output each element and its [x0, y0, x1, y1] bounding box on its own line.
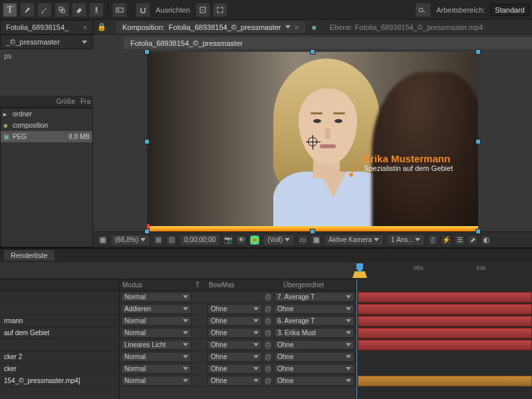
- comp-flowchart-icon[interactable]: ⬈: [467, 235, 478, 245]
- parent-pickwhip-icon[interactable]: @: [263, 329, 273, 336]
- anchor-point-icon[interactable]: [308, 137, 317, 146]
- layer-row[interactable]: cker 2: [0, 351, 119, 363]
- blend-mode-dropdown[interactable]: Normal: [121, 352, 192, 362]
- col-trackmatte[interactable]: BewMas: [206, 281, 263, 289]
- transform-handle[interactable]: [144, 49, 150, 55]
- composition-viewer[interactable]: Erika Mustermann Spezialistin auf dem Ge…: [93, 49, 532, 231]
- parent-pickwhip-icon[interactable]: @: [263, 377, 273, 384]
- parent-dropdown[interactable]: Ohne: [274, 352, 354, 362]
- layer-row[interactable]: Normal@7. Average T: [120, 291, 356, 303]
- parent-dropdown[interactable]: Ohne: [274, 364, 354, 374]
- transform-handle[interactable]: [144, 139, 150, 144]
- text-tool[interactable]: T: [3, 3, 17, 17]
- layer-row[interactable]: [0, 339, 119, 351]
- layer-row[interactable]: AddierenOhne@Ohne: [120, 303, 356, 315]
- align-options-icon[interactable]: [196, 3, 210, 17]
- layer-row[interactable]: 154_©_pressmaster.mp4]: [0, 375, 119, 387]
- layer-row[interactable]: rmann: [0, 315, 119, 327]
- parent-pickwhip-icon[interactable]: @: [263, 365, 273, 372]
- transform-handle[interactable]: [310, 49, 315, 55]
- active-camera-dropdown[interactable]: Aktive Kamera: [324, 234, 384, 246]
- transform-handle[interactable]: [475, 49, 481, 55]
- transform-handle[interactable]: [475, 139, 481, 144]
- cti-line[interactable]: [356, 279, 357, 399]
- col-size[interactable]: Größe: [54, 96, 78, 107]
- parent-dropdown[interactable]: 6. Average T: [274, 316, 354, 326]
- parent-pickwhip-icon[interactable]: @: [263, 293, 273, 301]
- blend-mode-dropdown[interactable]: Normal: [121, 376, 192, 386]
- dropdown-icon[interactable]: [82, 41, 87, 44]
- lock-icon[interactable]: 🔒: [97, 23, 106, 31]
- transform-handle[interactable]: [310, 229, 315, 234]
- timeline-icon[interactable]: ☰: [454, 235, 465, 245]
- parent-dropdown[interactable]: 3. Erika Must: [274, 328, 354, 338]
- cti-head[interactable]: [356, 263, 363, 273]
- always-preview-icon[interactable]: ▦: [97, 235, 108, 245]
- blend-mode-dropdown[interactable]: Normal: [121, 316, 192, 326]
- snap-icon[interactable]: [136, 3, 150, 17]
- layer-row[interactable]: Lineares LichtOhne@Ohne: [120, 339, 356, 351]
- col-t[interactable]: T: [193, 281, 206, 289]
- layer-row[interactable]: NormalOhne@Ohne: [120, 375, 356, 387]
- parent-dropdown[interactable]: 7. Average T: [274, 292, 354, 302]
- layer-bar[interactable]: [358, 292, 532, 303]
- project-item-folder[interactable]: ▸ ordner: [1, 108, 92, 120]
- track-matte-dropdown[interactable]: Ohne: [207, 316, 262, 326]
- exposure-icon[interactable]: ◐: [481, 235, 491, 245]
- blend-mode-dropdown[interactable]: Normal: [121, 292, 192, 302]
- layer-panel-icon[interactable]: ■: [312, 23, 317, 31]
- track-matte-dropdown[interactable]: Ohne: [207, 364, 262, 374]
- transform-handle[interactable]: [144, 229, 150, 234]
- search-icon[interactable]: [415, 3, 431, 17]
- layer-row[interactable]: NormalOhne@6. Average T: [120, 315, 356, 327]
- blend-mode-dropdown[interactable]: Lineares Licht: [121, 340, 192, 350]
- layer-controls-icon[interactable]: [112, 3, 127, 17]
- layer-row[interactable]: [0, 303, 119, 315]
- parent-dropdown[interactable]: Ohne: [274, 376, 354, 386]
- zoom-dropdown[interactable]: (66,8%): [110, 234, 150, 246]
- pixel-aspect-icon[interactable]: ▯: [428, 235, 438, 245]
- comp-flowchart-tab[interactable]: Fotolia_68938154_©_pressmaster: [124, 37, 532, 49]
- layer-row[interactable]: NormalOhne@Ohne: [120, 363, 356, 375]
- blend-mode-dropdown[interactable]: Normal: [121, 364, 192, 374]
- project-tab-1[interactable]: Fotolia_68938154_ ×: [0, 20, 93, 35]
- parent-dropdown[interactable]: Ohne: [274, 304, 354, 314]
- fast-preview-icon[interactable]: ⚡: [441, 235, 452, 245]
- transform-handle[interactable]: [475, 229, 481, 234]
- close-icon[interactable]: ×: [83, 23, 87, 31]
- puppet-tool[interactable]: [89, 3, 104, 17]
- layer-bar[interactable]: [358, 316, 532, 327]
- expand-icon[interactable]: [213, 3, 227, 17]
- col-parent[interactable]: Übergeordnet: [281, 281, 327, 289]
- layer-bar[interactable]: [358, 328, 532, 338]
- comp-tab-active[interactable]: Komposition: Fotolia_68938154_©_pressmas…: [116, 21, 305, 33]
- time-ruler[interactable]: 05s 10s: [356, 262, 532, 279]
- layer-row[interactable]: NormalOhne@3. Erika Must: [120, 327, 356, 339]
- track-matte-dropdown[interactable]: Ohne: [207, 304, 262, 314]
- col-modus[interactable]: Modus: [120, 281, 193, 289]
- channel-icon[interactable]: [249, 235, 260, 245]
- blend-mode-dropdown[interactable]: Addieren: [121, 304, 192, 314]
- project-item-comp[interactable]: ■ composition: [1, 120, 92, 131]
- transparency-grid-icon[interactable]: ▩: [311, 235, 321, 245]
- blend-mode-dropdown[interactable]: Normal: [121, 328, 192, 338]
- layer-row[interactable]: cker: [0, 363, 119, 375]
- parent-dropdown[interactable]: Ohne: [274, 340, 354, 350]
- layer-row[interactable]: NormalOhne@Ohne: [120, 351, 356, 363]
- close-icon[interactable]: ×: [295, 23, 299, 31]
- renderlist-tab[interactable]: Renderliste: [4, 250, 55, 261]
- track-matte-dropdown[interactable]: Ohne: [207, 328, 262, 338]
- project-item-video[interactable]: ▣ PEG 8,8 MB: [1, 131, 92, 142]
- pen-tool[interactable]: [20, 3, 35, 17]
- canvas[interactable]: Erika Mustermann Spezialistin auf dem Ge…: [147, 52, 478, 231]
- show-snapshot-icon[interactable]: 👁: [236, 235, 247, 245]
- parent-pickwhip-icon[interactable]: @: [263, 305, 273, 313]
- grid-icon[interactable]: ⊞: [153, 235, 164, 245]
- track-matte-dropdown[interactable]: Ohne: [207, 340, 262, 350]
- project-tab-2[interactable]: _©_pressmaster: [0, 35, 93, 49]
- col-framerate[interactable]: Fra: [78, 96, 93, 107]
- timecode[interactable]: 0;00;00;00: [180, 234, 220, 246]
- tracks-area[interactable]: [356, 279, 532, 399]
- track-matte-dropdown[interactable]: Ohne: [207, 352, 262, 362]
- lower-third[interactable]: Erika Mustermann Spezialistin auf dem Ge…: [364, 153, 453, 172]
